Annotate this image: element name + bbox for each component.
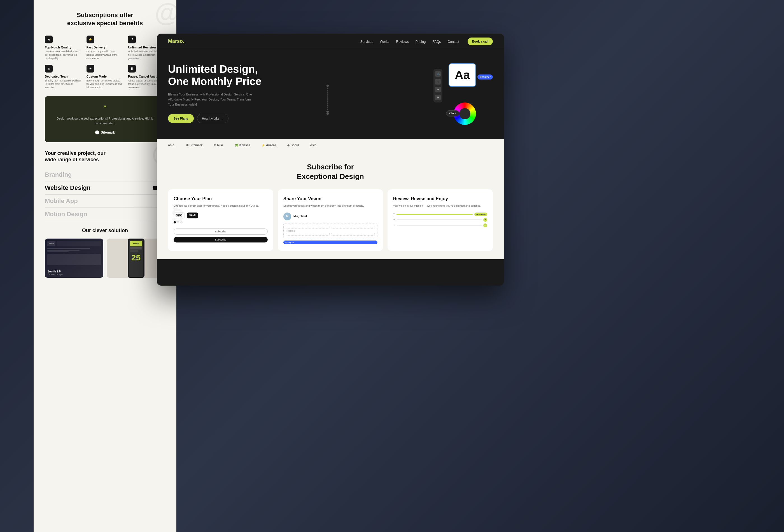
mock-bar (47, 251, 68, 252)
feature-item: ★ Top-Notch Quality Discover exceptional… (45, 35, 82, 60)
review-bar-3 (397, 225, 482, 226)
svg-marker-3 (326, 111, 329, 115)
partner-rise: ⊞ Rise (214, 143, 224, 147)
review-row-1: T in review (393, 213, 487, 216)
review-title: Review, Revise and Enjoy (393, 196, 487, 202)
navbar-links: Services Works Reviews Pricing FAQs Cont… (360, 39, 459, 44)
nav-services[interactable]: Services (360, 39, 373, 44)
anchor-tool-icon: ⚓ (435, 71, 441, 77)
grid-tool-icon: ⊞ (435, 95, 441, 100)
clever-card-1: Visual Zenith 2.0 Product design (45, 239, 103, 278)
hero-content: Unlimited Design, One Monthly Price Elev… (168, 63, 286, 128)
feature-icon-revision: ↺ (128, 35, 136, 44)
service-item-motion[interactable]: Motion Design (45, 208, 165, 221)
hero-section: Unlimited Design, One Monthly Price Elev… (157, 49, 504, 139)
hero-buttons: See Plans How it works → (168, 114, 286, 123)
review-bar-2 (397, 219, 482, 220)
navbar-logo: Marso. (168, 38, 184, 44)
review-bar-1 (396, 214, 473, 215)
nav-works[interactable]: Works (380, 39, 390, 44)
pen-tool-icon: ✏ (435, 87, 441, 92)
connection-diagram (311, 80, 361, 125)
designer-tag: Designer (283, 241, 377, 244)
book-call-button[interactable]: Book a call (468, 37, 493, 45)
client-avatar: M (283, 213, 291, 220)
text-tool-icon: T (435, 79, 441, 85)
partner-aurora: ⚡ Aurora (261, 143, 276, 147)
service-item-website[interactable]: Website Design (45, 181, 165, 195)
hero-subtitle: Elevate Your Business with Professional … (168, 92, 252, 107)
partner-kansas: 🌿 Kansas (235, 143, 250, 147)
service-item-mobile[interactable]: Mobile App (45, 195, 165, 208)
share-vision-title: Share Your Vision (283, 196, 377, 202)
subscribe-cards: § Choose Your Plan Choose the perfect pl… (168, 189, 493, 251)
mock-bar (47, 250, 80, 251)
dashed-rect-2 (331, 226, 375, 228)
dashed-rect-4 (331, 233, 375, 236)
feature-item: ◈ Dedicated Team Simplify task managemen… (45, 65, 82, 89)
arrow-right-icon: → (221, 117, 224, 120)
subscribe-button-dark[interactable]: Subscribe (174, 237, 268, 243)
choose-plan-desc: Choose the perfect plan for your brand. … (174, 204, 268, 208)
navbar: Marso. Services Works Reviews Pricing FA… (157, 34, 504, 49)
testimonial-brand: ✲ Sitemark (52, 131, 159, 134)
partners-bar: osic. ✲ Sitemark ⊞ Rise 🌿 Kansas ⚡ Auror… (157, 139, 504, 151)
client-row: M Mia, client (283, 213, 377, 220)
nav-pricing[interactable]: Pricing (416, 39, 426, 44)
price-450: $450 (187, 213, 198, 218)
testimonial-text: Design work surpassed expectations! Prof… (52, 116, 159, 126)
review-card: Review, Revise and Enjoy Your vision is … (388, 189, 493, 251)
designer-badge: Designer (477, 75, 493, 80)
feature-grid: ★ Top-Notch Quality Discover exceptional… (45, 35, 165, 89)
subscribe-heading: Subscribe for Exceptional Design (168, 162, 493, 181)
partner-seoul: ◈ Seoul (287, 143, 299, 147)
review-status: in review (474, 213, 487, 216)
scissors-icon: ✂ (393, 218, 395, 221)
service-list: Branding Website Design Mobile App Motio… (45, 168, 165, 221)
tools-sidebar: ⚓ T ✏ ⊞ (433, 69, 442, 103)
partner-osic: osic. (168, 143, 175, 147)
feature-icon-delivery: ⚡ (86, 35, 94, 44)
clever-section: Our clever solution Visual (45, 228, 165, 278)
right-panel: Marso. Services Works Reviews Pricing FA… (157, 34, 504, 286)
feature-icon-quality: ★ (45, 35, 53, 44)
partner-sitemark: ✲ Sitemark (186, 143, 202, 147)
testimonial-card: " Design work surpassed expectations! Pr… (45, 96, 165, 142)
services-section: @ Your creative project, our wide range … (45, 150, 165, 221)
resize-icon: ⤢ (393, 224, 395, 227)
feature-icon-pause: ⏸ (128, 65, 136, 73)
typography-card: Aa (449, 63, 476, 87)
feature-item: ✦ Custom Made Every design exclusively c… (86, 65, 124, 89)
services-heading: Your creative project, our wide range of… (45, 150, 165, 163)
see-plans-button[interactable]: See Plans (168, 114, 194, 123)
partner-oslo: oslo. (310, 143, 317, 147)
client-info: Mia, client (293, 215, 307, 218)
clever-grid: Visual Zenith 2.0 Product design (45, 239, 165, 278)
clever-card-label-1: Zenith 2.0 Product design (48, 270, 62, 276)
mock-bar (47, 248, 90, 249)
dashed-rect-1 (286, 226, 330, 228)
share-vision-desc: Submit your ideas and watch them transfo… (283, 204, 377, 208)
layout-mock: Headline (283, 223, 377, 238)
subscribe-section: Subscribe for Exceptional Design § Choos… (157, 151, 504, 259)
choose-plan-title: Choose Your Plan (174, 196, 268, 202)
left-panel: @ Subscriptions offer exclusive special … (34, 0, 176, 532)
how-it-works-button[interactable]: How it works → (197, 114, 228, 123)
client-badge: Client (446, 110, 459, 116)
choose-plan-card: § Choose Your Plan Choose the perfect pl… (168, 189, 273, 251)
clever-card-2: design 25 (107, 239, 165, 278)
share-vision-card: Share Your Vision Submit your ideas and … (278, 189, 383, 251)
nav-reviews[interactable]: Reviews (396, 39, 409, 44)
quote-icon: " (52, 104, 159, 113)
feature-icon-team: ◈ (45, 65, 53, 73)
subscribe-button-outline[interactable]: Subscribe (174, 228, 268, 235)
color-wheel-center (459, 108, 470, 119)
dashed-rect-3 (286, 233, 330, 236)
review-desc: Your vision is our mission — we'll refin… (393, 204, 487, 208)
feature-item: ⚡ Fast Delivery Designs completed in day… (86, 35, 124, 60)
nav-contact[interactable]: Contact (448, 39, 459, 44)
service-item-branding[interactable]: Branding (45, 168, 165, 181)
check-icon: ✓ (483, 218, 487, 222)
nav-faqs[interactable]: FAQs (432, 39, 441, 44)
subscriptions-heading: Subscriptions offer exclusive special be… (45, 11, 165, 27)
